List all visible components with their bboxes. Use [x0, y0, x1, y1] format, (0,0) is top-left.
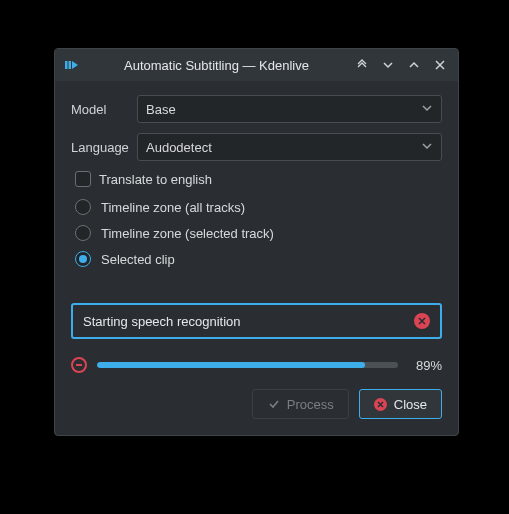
- window-title: Automatic Subtitling — Kdenlive: [87, 58, 346, 73]
- process-button: Process: [252, 389, 349, 419]
- radio-timeline-all[interactable]: Timeline zone (all tracks): [75, 199, 442, 215]
- zone-radio-group: Timeline zone (all tracks) Timeline zone…: [75, 199, 442, 267]
- status-message: Starting speech recognition: [71, 303, 442, 339]
- progress-fill: [97, 362, 365, 368]
- close-button[interactable]: Close: [359, 389, 442, 419]
- app-icon: [63, 56, 81, 74]
- check-icon: [267, 397, 281, 411]
- radio-label: Selected clip: [101, 252, 175, 267]
- status-dismiss-button[interactable]: [414, 313, 430, 329]
- cancel-progress-button[interactable]: [71, 357, 87, 373]
- progress-row: 89%: [71, 357, 442, 373]
- svg-rect-0: [65, 61, 68, 69]
- titlebar: Automatic Subtitling — Kdenlive: [55, 49, 458, 81]
- minimize-button[interactable]: [378, 55, 398, 75]
- progress-percent: 89%: [408, 358, 442, 373]
- dialog-content: Model Base Language Audodetect Translate…: [55, 81, 458, 435]
- language-row: Language Audodetect: [71, 133, 442, 161]
- translate-checkbox[interactable]: [75, 171, 91, 187]
- language-select-value: Audodetect: [146, 140, 212, 155]
- model-select[interactable]: Base: [137, 95, 442, 123]
- model-row: Model Base: [71, 95, 442, 123]
- close-window-button[interactable]: [430, 55, 450, 75]
- radio-input[interactable]: [75, 225, 91, 241]
- button-row: Process Close: [71, 389, 442, 419]
- translate-row[interactable]: Translate to english: [75, 171, 442, 187]
- language-select[interactable]: Audodetect: [137, 133, 442, 161]
- status-text: Starting speech recognition: [83, 314, 241, 329]
- model-select-value: Base: [146, 102, 176, 117]
- radio-label: Timeline zone (selected track): [101, 226, 274, 241]
- radio-selected-clip[interactable]: Selected clip: [75, 251, 442, 267]
- language-label: Language: [71, 140, 129, 155]
- svg-rect-1: [69, 61, 72, 69]
- radio-input[interactable]: [75, 199, 91, 215]
- chevron-down-icon: [421, 140, 433, 155]
- translate-label: Translate to english: [99, 172, 212, 187]
- close-label: Close: [394, 397, 427, 412]
- dialog-window: Automatic Subtitling — Kdenlive Model Ba…: [54, 48, 459, 436]
- radio-timeline-selected[interactable]: Timeline zone (selected track): [75, 225, 442, 241]
- progress-bar: [97, 362, 398, 368]
- chevron-down-icon: [421, 102, 433, 117]
- radio-label: Timeline zone (all tracks): [101, 200, 245, 215]
- process-label: Process: [287, 397, 334, 412]
- close-icon: [374, 397, 388, 411]
- radio-input[interactable]: [75, 251, 91, 267]
- svg-marker-2: [72, 61, 78, 69]
- maximize-button[interactable]: [404, 55, 424, 75]
- model-label: Model: [71, 102, 129, 117]
- shade-button[interactable]: [352, 55, 372, 75]
